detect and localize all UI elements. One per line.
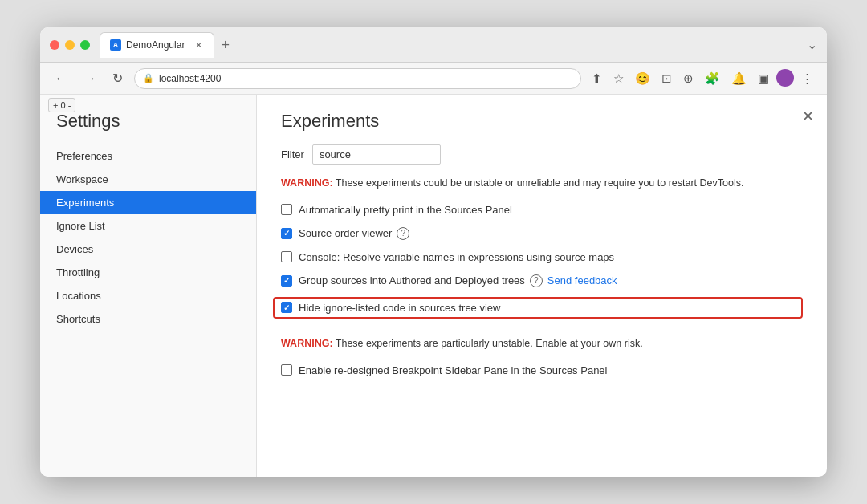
browser-tab[interactable]: A DemoAngular ✕ <box>100 32 214 58</box>
share-button[interactable]: ⬆ <box>588 69 606 88</box>
sidebar-item-throttling[interactable]: Throttling <box>40 261 256 284</box>
warning-1-label: WARNING: <box>281 177 333 189</box>
sidebar-item-shortcuts[interactable]: Shortcuts <box>40 307 256 331</box>
title-bar: A DemoAngular ✕ + ⌄ <box>40 27 827 63</box>
experiment-redesigned-breakpoint-label: Enable re-designed Breakpoint Sidebar Pa… <box>299 364 607 376</box>
window-menu-button[interactable]: ⌄ <box>807 37 817 52</box>
help-icon-source-order-viewer[interactable]: ? <box>397 227 409 240</box>
checkbox-pretty-print[interactable] <box>281 204 292 215</box>
warning-2-label: WARNING: <box>281 338 333 349</box>
tabs-bar: A DemoAngular ✕ + <box>100 32 807 58</box>
send-feedback-link[interactable]: Send feedback <box>547 274 617 287</box>
sidebar-button[interactable]: ▣ <box>754 69 773 88</box>
sidebar-item-preferences[interactable]: Preferences <box>40 144 256 168</box>
help-icon-group-sources[interactable]: ? <box>530 274 543 287</box>
reload-button[interactable]: ↻ <box>108 67 128 89</box>
experiment-source-order-viewer-label: Source order viewer <box>299 227 392 239</box>
lock-icon: 🔒 <box>143 73 154 83</box>
traffic-lights <box>50 40 90 50</box>
warning-2-text: These experiments are particularly unsta… <box>333 338 643 349</box>
checkbox-group-sources[interactable] <box>281 275 292 287</box>
more-menu-button[interactable]: ⋮ <box>797 69 817 88</box>
close-window-button[interactable] <box>50 40 59 50</box>
experiment-resolve-variable-label: Console: Resolve variable names in expre… <box>299 251 614 263</box>
checkbox-source-order-viewer[interactable] <box>281 228 292 239</box>
warning-1-text: These experiments could be unstable or u… <box>333 177 744 189</box>
content-area: + 0 - Settings Preferences Workspace Exp… <box>40 95 827 477</box>
experiments-panel: Experiments ✕ Filter WARNING: These expe… <box>257 95 827 477</box>
checkbox-resolve-variable[interactable] <box>281 251 292 262</box>
sidebar-item-experiments[interactable]: Experiments <box>40 191 256 214</box>
extensions-button[interactable]: 🧩 <box>701 69 724 88</box>
experiment-hide-ignore-listed: Hide ignore-listed code in sources tree … <box>273 297 803 319</box>
devtools-counter: + 0 - <box>48 98 75 112</box>
nav-bar: ← → ↻ 🔒 localhost:4200 ⬆ ☆ 😊 ⊡ ⊕ 🧩 🔔 ▣ ⋮ <box>40 63 827 95</box>
sidebar-item-workspace[interactable]: Workspace <box>40 168 256 191</box>
sidebar-item-ignore-list[interactable]: Ignore List <box>40 214 256 238</box>
experiment-source-order-viewer: Source order viewer ? <box>281 226 803 242</box>
tab-close-button[interactable]: ✕ <box>193 39 204 51</box>
profile-avatar[interactable] <box>776 69 794 87</box>
sidebar-item-locations[interactable]: Locations <box>40 284 256 307</box>
filter-label: Filter <box>281 148 304 161</box>
experiment-group-sources: Group sources into Authored and Deployed… <box>281 273 803 289</box>
tab-favicon: A <box>110 39 121 51</box>
section-divider <box>281 327 803 336</box>
maximize-window-button[interactable] <box>80 40 90 50</box>
close-panel-button[interactable]: ✕ <box>802 108 814 125</box>
experiment-hide-ignore-listed-label: Hide ignore-listed code in sources tree … <box>299 302 500 314</box>
experiment-pretty-print-label: Automatically pretty print in the Source… <box>299 204 512 216</box>
cast-button[interactable]: ⊡ <box>657 69 676 88</box>
url-text: localhost:4200 <box>159 73 221 84</box>
panel-title: Experiments <box>281 111 803 132</box>
address-bar[interactable]: 🔒 localhost:4200 <box>134 68 581 89</box>
bookmark-button[interactable]: ☆ <box>609 69 628 88</box>
back-button[interactable]: ← <box>50 68 72 89</box>
experiment-redesigned-breakpoint: Enable re-designed Breakpoint Sidebar Pa… <box>281 363 803 378</box>
browser-window: A DemoAngular ✕ + ⌄ ← → ↻ 🔒 localhost:42… <box>40 27 827 477</box>
checkbox-redesigned-breakpoint[interactable] <box>281 364 292 376</box>
filter-input[interactable] <box>312 144 441 165</box>
minimize-window-button[interactable] <box>65 40 75 50</box>
profile-icon-button[interactable]: ⊕ <box>679 69 698 88</box>
warning-1: WARNING: These experiments could be unst… <box>281 176 803 191</box>
sidebar-item-devices[interactable]: Devices <box>40 238 256 261</box>
checkbox-hide-ignore-listed[interactable] <box>281 302 292 313</box>
experiment-resolve-variable: Console: Resolve variable names in expre… <box>281 250 803 265</box>
experiment-pretty-print: Automatically pretty print in the Source… <box>281 202 803 217</box>
tab-title: DemoAngular <box>126 39 185 51</box>
emoji-button[interactable]: 😊 <box>631 69 654 88</box>
notification-button[interactable]: 🔔 <box>727 69 751 88</box>
filter-row: Filter <box>281 144 803 165</box>
experiment-group-sources-label: Group sources into Authored and Deployed… <box>299 274 525 287</box>
settings-sidebar: Settings Preferences Workspace Experimen… <box>40 95 257 477</box>
settings-title: Settings <box>40 111 256 144</box>
forward-button[interactable]: → <box>79 68 101 89</box>
new-tab-button[interactable]: + <box>214 38 236 52</box>
warning-2: WARNING: These experiments are particula… <box>281 336 803 352</box>
nav-actions: ⬆ ☆ 😊 ⊡ ⊕ 🧩 🔔 ▣ ⋮ <box>588 69 817 88</box>
